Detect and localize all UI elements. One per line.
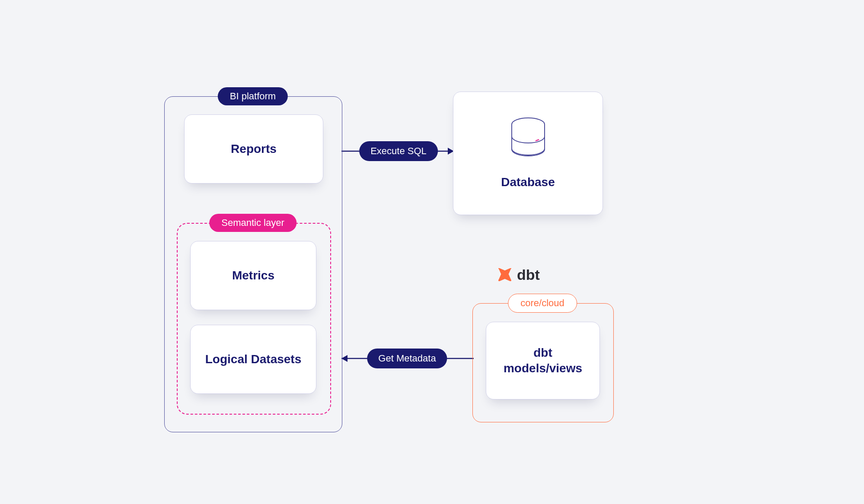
metrics-label: Metrics <box>232 268 274 283</box>
logical-datasets-card: Logical Datasets <box>190 325 316 394</box>
semantic-layer-label: Semantic layer <box>209 214 297 232</box>
dbt-core-cloud-label: core/cloud <box>508 294 577 313</box>
execute-sql-edge-label: Execute SQL <box>359 141 438 161</box>
reports-card: Reports <box>184 114 323 184</box>
database-icon <box>509 117 548 164</box>
connectors <box>0 0 864 504</box>
dbt-models-card: dbt models/views <box>486 322 600 399</box>
logical-datasets-label: Logical Datasets <box>205 352 302 367</box>
database-label: Database <box>501 174 555 190</box>
reports-label: Reports <box>231 141 277 157</box>
dbt-logo-text: dbt <box>517 266 540 283</box>
bi-platform-label: BI platform <box>218 87 288 105</box>
diagram-canvas: BI platform Reports Semantic layer Metri… <box>0 0 864 504</box>
database-card: Database <box>453 92 603 215</box>
dbt-logo: dbt <box>497 266 540 283</box>
dbt-models-label: dbt models/views <box>504 345 582 377</box>
metrics-card: Metrics <box>190 241 316 310</box>
svg-marker-3 <box>341 355 348 362</box>
get-metadata-edge-label: Get Metadata <box>367 349 447 368</box>
dbt-logo-icon <box>497 267 513 283</box>
